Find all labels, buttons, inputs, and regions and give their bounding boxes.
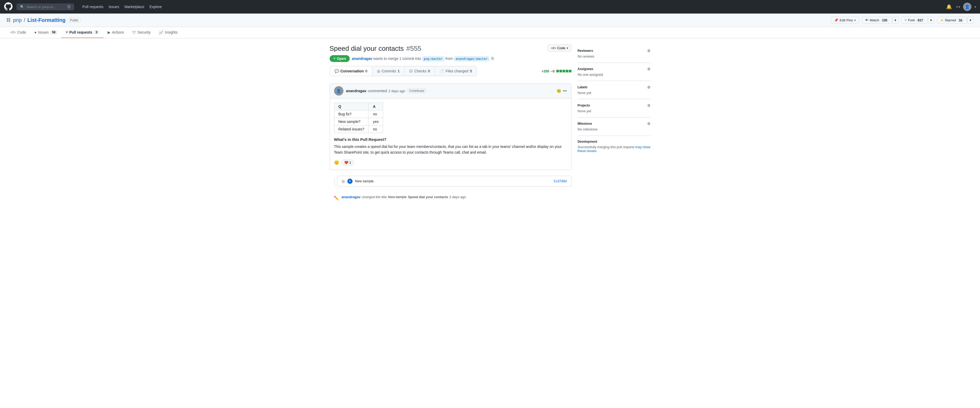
nav-explore[interactable]: Explore bbox=[148, 3, 164, 10]
commit-label: New sample bbox=[355, 179, 551, 183]
fork-dropdown[interactable]: ▾ bbox=[928, 17, 934, 24]
copy-button[interactable]: ⎘ bbox=[492, 56, 494, 61]
diff-bar-2 bbox=[560, 70, 562, 72]
pr-tab-commits[interactable]: ◎ Commits 1 bbox=[372, 67, 405, 76]
assignees-title: Assignees ⚙ bbox=[578, 67, 651, 71]
assignees-value: No one assigned bbox=[578, 73, 651, 76]
star-button[interactable]: ★ Starred 1k bbox=[937, 17, 967, 24]
files-icon: 📄 bbox=[439, 69, 444, 73]
projects-gear-button[interactable]: ⚙ bbox=[647, 103, 651, 108]
tab-insights[interactable]: 📈 Insights bbox=[155, 27, 181, 38]
tab-security[interactable]: 🛡 Security bbox=[128, 27, 155, 38]
commit-hash[interactable]: 5cd7d84 bbox=[554, 179, 567, 183]
edit-pins-label: Edit Pins bbox=[840, 18, 853, 22]
fork-icon: ⑂ bbox=[905, 18, 907, 22]
commit-author-avatar: A bbox=[347, 179, 353, 184]
reviewers-value: No reviews bbox=[578, 54, 651, 58]
star-dropdown[interactable]: ▾ bbox=[967, 17, 974, 24]
pr-tab-checks[interactable]: ☑ Checks 0 bbox=[405, 67, 435, 76]
tab-code[interactable]: </> Code bbox=[6, 27, 30, 38]
commenter-avatar-img: 👤 bbox=[336, 89, 341, 93]
watch-icon: 👁 bbox=[865, 18, 869, 22]
heart-emoji: ❤️ bbox=[344, 160, 348, 165]
milestone-value: No milestone bbox=[578, 127, 651, 131]
actions-icon: ▶ bbox=[108, 30, 110, 34]
sidebar-assignees: Assignees ⚙ No one assigned bbox=[578, 63, 651, 81]
nav-marketplace[interactable]: Marketplace bbox=[122, 3, 146, 10]
pr-title-row: Speed dial your contacts #555 </> Code ▾ bbox=[329, 44, 571, 52]
emoji-reaction-icon[interactable]: 😊 bbox=[557, 89, 561, 93]
search-kbd: / bbox=[67, 5, 71, 9]
plus-menu[interactable]: + ▾ bbox=[956, 5, 960, 9]
github-logo[interactable] bbox=[4, 2, 13, 11]
close-issues-link[interactable]: may close these issues bbox=[578, 145, 651, 153]
table-cell-q3: Related issues? bbox=[334, 125, 369, 133]
pr-code-button[interactable]: </> Code ▾ bbox=[548, 44, 571, 52]
reviewers-gear-button[interactable]: ⚙ bbox=[647, 49, 651, 53]
user-avatar[interactable]: 👤 bbox=[963, 3, 971, 11]
commit-avatar-letter: A bbox=[349, 179, 351, 183]
comment-options-menu[interactable]: ••• bbox=[563, 89, 567, 93]
sidebar-reviewers: Reviewers ⚙ No reviews bbox=[578, 44, 651, 63]
edit-pins-button[interactable]: 📌 Edit Pins ▾ bbox=[831, 17, 859, 24]
fork-button[interactable]: ⑂ Fork 617 bbox=[901, 17, 928, 24]
pr-number: #555 bbox=[406, 44, 422, 52]
repo-title: ⛓ pnp / List-Formatting Public bbox=[6, 17, 81, 23]
title-changer-link[interactable]: anandragav bbox=[342, 195, 361, 199]
comment-avatar: 👤 bbox=[334, 86, 344, 95]
fork-count: 617 bbox=[916, 19, 924, 22]
repo-owner[interactable]: pnp bbox=[13, 17, 22, 23]
head-ref[interactable]: anandragav:master bbox=[454, 57, 490, 61]
nav-issues[interactable]: Issues bbox=[107, 3, 121, 10]
reviewers-title: Reviewers ⚙ bbox=[578, 49, 651, 53]
tab-issues[interactable]: ● Issues 58 bbox=[30, 27, 62, 38]
add-reaction-button[interactable]: 🙂 bbox=[334, 160, 339, 165]
commit-entry: ◎ A New sample 5cd7d84 bbox=[337, 176, 571, 187]
files-label: Files changed bbox=[445, 69, 468, 73]
nav-pull-requests[interactable]: Pull requests bbox=[80, 3, 105, 10]
notification-bell[interactable]: 🔔 bbox=[945, 3, 953, 11]
pr-tab-files[interactable]: 📄 Files changed 5 bbox=[435, 67, 477, 76]
pin-icon: 📌 bbox=[834, 18, 838, 22]
assignees-gear-button[interactable]: ⚙ bbox=[647, 67, 651, 71]
tab-pull-requests[interactable]: ⑂ Pull requests 3 bbox=[62, 27, 103, 38]
tab-actions[interactable]: ▶ Actions bbox=[103, 27, 128, 38]
issue-icon: ● bbox=[34, 30, 37, 34]
pr-what-body: This sample creates a speed dial list fo… bbox=[334, 144, 567, 156]
labels-gear-button[interactable]: ⚙ bbox=[647, 85, 651, 89]
pr-author-link[interactable]: anandragav bbox=[352, 57, 372, 61]
repo-header: ⛓ pnp / List-Formatting Public 📌 Edit Pi… bbox=[0, 14, 980, 27]
security-icon: 🛡 bbox=[132, 30, 136, 34]
visibility-badge: Public bbox=[68, 18, 81, 23]
commit-line-wrapper: ◎ A New sample 5cd7d84 bbox=[329, 174, 571, 191]
heart-reaction[interactable]: ❤️ 1 bbox=[341, 160, 354, 165]
watch-dropdown[interactable]: ▾ bbox=[892, 17, 899, 24]
search-box[interactable]: 🔍 Search or jump to... / bbox=[17, 4, 74, 10]
watch-group: 👁 Watch 130 ▾ bbox=[862, 17, 899, 24]
sidebar-milestone: Milestone ⚙ No milestone bbox=[578, 117, 651, 136]
milestone-gear-button[interactable]: ⚙ bbox=[647, 122, 651, 126]
repo-name[interactable]: List-Formatting bbox=[27, 17, 66, 23]
pr-meta-author: anandragav wants to merge 1 commit into … bbox=[352, 57, 489, 61]
checks-count: 0 bbox=[428, 69, 430, 73]
code-icon: </> bbox=[10, 30, 16, 34]
contributor-badge: Contributor bbox=[407, 89, 427, 93]
watch-button[interactable]: 👁 Watch 130 bbox=[862, 17, 892, 24]
edit-pins-dropdown-icon: ▾ bbox=[854, 19, 856, 22]
insights-icon: 📈 bbox=[159, 30, 163, 34]
repo-tabs: </> Code ● Issues 58 ⑂ Pull requests 3 ▶… bbox=[0, 27, 980, 38]
avatar-dropdown-icon[interactable]: ▾ bbox=[975, 5, 976, 8]
star-count: 1k bbox=[957, 19, 964, 22]
table-row: Related issues? no bbox=[334, 125, 383, 133]
table-header-a: A bbox=[369, 103, 383, 110]
commits-icon: ◎ bbox=[377, 69, 380, 73]
code-btn-label: Code bbox=[557, 46, 565, 50]
comment-author-link[interactable]: anandragav bbox=[346, 89, 367, 93]
base-ref[interactable]: pnp:master bbox=[422, 57, 444, 61]
pr-tab-conversation[interactable]: 💬 Conversation 0 bbox=[330, 67, 372, 76]
star-group: ★ Starred 1k ▾ bbox=[937, 17, 974, 24]
labels-value: None yet bbox=[578, 91, 651, 95]
comment-body: Q A Bug fix? no New sample? yes bbox=[330, 98, 571, 170]
watch-label: Watch bbox=[870, 18, 879, 22]
pr-what-title: What's in this Pull Request? bbox=[334, 137, 567, 142]
